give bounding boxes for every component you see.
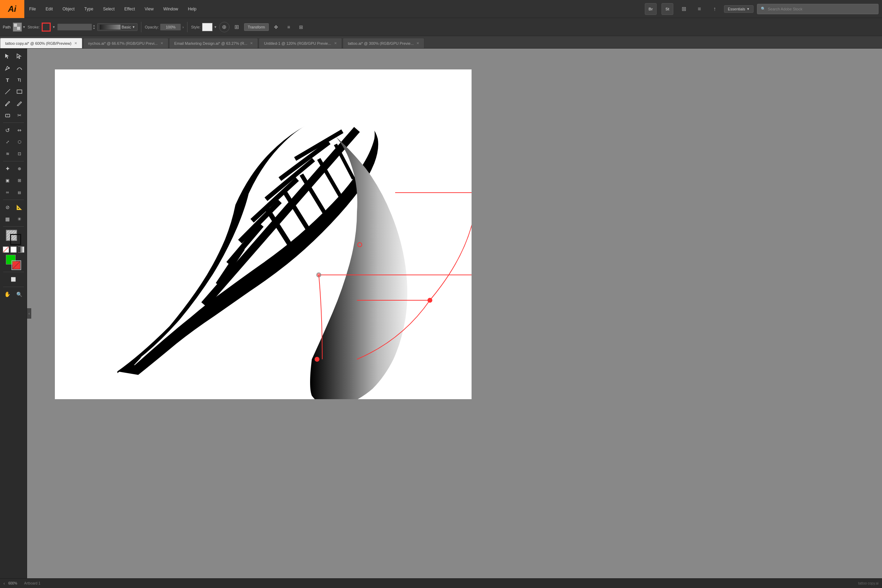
- tab-untitled[interactable]: Untitled-1 @ 120% (RGB/GPU Previe... ✕: [259, 38, 342, 48]
- status-zoom: 600%: [8, 581, 17, 585]
- blend-mode-select[interactable]: Basic ▼: [97, 23, 138, 31]
- tab-nychos[interactable]: nychos.ai* @ 66.67% (RGB/GPU Previ... ✕: [83, 38, 168, 48]
- shape-builder-tool[interactable]: ✚: [2, 163, 13, 174]
- tool-row-type: T T|: [2, 74, 25, 86]
- menu-edit[interactable]: Edit: [41, 0, 58, 18]
- transform-more-icon[interactable]: ✥: [271, 22, 281, 32]
- tab-close-1[interactable]: ✕: [74, 41, 77, 45]
- blend-mode-group: Basic ▼: [97, 23, 138, 31]
- tool-row-select: [2, 51, 25, 62]
- menu-view[interactable]: View: [140, 0, 159, 18]
- menu-type[interactable]: Type: [80, 0, 98, 18]
- graph-tool[interactable]: ▦: [2, 213, 13, 225]
- style-swatch[interactable]: [202, 23, 212, 31]
- canvas-area[interactable]: ‹: [27, 49, 882, 578]
- curvature-tool[interactable]: [14, 63, 25, 74]
- status-arrow-left[interactable]: ‹: [3, 581, 5, 586]
- reflect-tool[interactable]: ⇔: [14, 124, 25, 136]
- type-tool[interactable]: T: [2, 74, 13, 86]
- color-swatch-none[interactable]: [12, 260, 21, 270]
- gradient-tool[interactable]: ▣: [2, 175, 13, 186]
- tab-close-4[interactable]: ✕: [334, 41, 337, 45]
- rectangle-tool[interactable]: [14, 86, 25, 97]
- blend-tool[interactable]: ∞: [2, 187, 13, 198]
- menu-file[interactable]: File: [24, 0, 41, 18]
- fill-stroke-swatches[interactable]: [6, 230, 21, 245]
- warp-tool[interactable]: ≋: [2, 148, 13, 159]
- direct-selection-tool[interactable]: [14, 51, 25, 62]
- svg-marker-1: [17, 54, 21, 58]
- menu-object[interactable]: Object: [58, 0, 80, 18]
- workspace-layout-button[interactable]: ⊞: [678, 3, 690, 15]
- opacity-expand-icon[interactable]: ›: [182, 25, 184, 29]
- menu-select[interactable]: Select: [98, 0, 119, 18]
- symbol-sprayer-tool[interactable]: ✳: [14, 213, 25, 225]
- measure-tool[interactable]: 📐: [14, 202, 25, 213]
- stroke-width-input[interactable]: [57, 24, 92, 30]
- zoom-tool[interactable]: 🔍: [14, 289, 25, 300]
- rotate-tool[interactable]: ↺: [2, 124, 13, 136]
- free-transform-tool[interactable]: ⊡: [14, 148, 25, 159]
- globe-icon[interactable]: ⊕: [219, 22, 230, 32]
- share-button[interactable]: ↑: [709, 3, 721, 15]
- toolbar-bar: Path ▼ Stroke: ▼ ▲ ▼ Basic ▼ Opa: [0, 18, 882, 36]
- search-stock-input[interactable]: 🔍 Search Adobe Stock: [757, 4, 879, 14]
- bridge-button[interactable]: Br: [645, 3, 657, 15]
- menu-window[interactable]: Window: [158, 0, 183, 18]
- pencil-tool[interactable]: [14, 98, 25, 109]
- align-button[interactable]: ⊞: [231, 22, 242, 32]
- fill-color-swatch[interactable]: ▼: [13, 22, 26, 32]
- scissors-tool[interactable]: ✂: [14, 110, 25, 121]
- artboard-tool[interactable]: ⬜: [8, 274, 19, 285]
- tool-row-artboard: ⬜: [8, 274, 19, 285]
- distribute-button[interactable]: ≡: [693, 3, 705, 15]
- menu-effect[interactable]: Effect: [119, 0, 140, 18]
- tabs-bar: tattoo copy.ai* @ 600% (RGB/Preview) ✕ n…: [0, 36, 882, 49]
- svg-point-5: [5, 105, 7, 106]
- touch-type-tool[interactable]: T|: [14, 74, 25, 86]
- status-right-info: tattoo copy.ai: [858, 581, 879, 585]
- panel-collapse-arrow[interactable]: ‹: [27, 308, 31, 319]
- tab-tattoo-copy[interactable]: tattoo copy.ai* @ 600% (RGB/Preview) ✕: [0, 38, 82, 48]
- stroke-color-swatch[interactable]: ▼: [42, 22, 55, 32]
- stroke-width-down[interactable]: ▼: [93, 27, 95, 30]
- stock-button[interactable]: St: [661, 3, 673, 15]
- essentials-button[interactable]: Essentials ▼: [724, 5, 754, 13]
- status-bar: ‹ 600% Artboard 1 tattoo copy.ai: [0, 578, 882, 588]
- style-chevron-icon[interactable]: ▼: [214, 26, 217, 29]
- tab-tattoo[interactable]: tattoo.ai* @ 300% (RGB/GPU Previe... ✕: [343, 38, 425, 48]
- menu-help[interactable]: Help: [183, 0, 201, 18]
- mesh-tool[interactable]: ⊞: [14, 175, 25, 186]
- eraser-tool[interactable]: [2, 110, 13, 121]
- stroke-chevron-icon[interactable]: ▼: [52, 26, 55, 29]
- none-color-icon[interactable]: [3, 246, 9, 253]
- opacity-input[interactable]: [160, 24, 181, 30]
- hand-tool[interactable]: ✋: [2, 289, 13, 300]
- tab-close-5[interactable]: ✕: [416, 41, 419, 45]
- solid-color-icon[interactable]: [11, 246, 17, 253]
- blend-mode-chevron: ▼: [132, 26, 135, 29]
- arrange-icon[interactable]: ≡: [283, 22, 294, 32]
- pen-tool[interactable]: [2, 63, 13, 74]
- tab-email-marketing[interactable]: Email Marketing Design.ai* @ 63.27% (R..…: [169, 38, 258, 48]
- tab-close-2[interactable]: ✕: [161, 41, 163, 45]
- transform-button[interactable]: Transform: [244, 23, 269, 31]
- scale-tool[interactable]: ⤢: [2, 136, 13, 147]
- shear-tool[interactable]: ⬡: [14, 136, 25, 147]
- canvas-surface: [55, 69, 472, 399]
- stroke-width-up[interactable]: ▲: [93, 24, 95, 27]
- stroke-swatch[interactable]: [10, 234, 21, 245]
- properties-expand-icon[interactable]: ⊞: [296, 22, 306, 32]
- gradient-swatch-icon[interactable]: [18, 246, 24, 253]
- svg-marker-0: [5, 54, 9, 58]
- path-type-label: Path: [3, 25, 11, 29]
- tool-row-graph: ▦ ✳: [2, 213, 25, 225]
- live-paint-tool[interactable]: ⊕: [14, 163, 25, 174]
- fill-color-dropdown-icon[interactable]: ▼: [23, 26, 26, 29]
- eyedropper-tool[interactable]: ⊘: [2, 202, 13, 213]
- selection-tool[interactable]: [2, 51, 13, 62]
- paintbrush-tool[interactable]: [2, 98, 13, 109]
- color-guide-tool[interactable]: ▤: [14, 187, 25, 198]
- tab-close-3[interactable]: ✕: [250, 41, 253, 45]
- line-tool[interactable]: [2, 86, 13, 97]
